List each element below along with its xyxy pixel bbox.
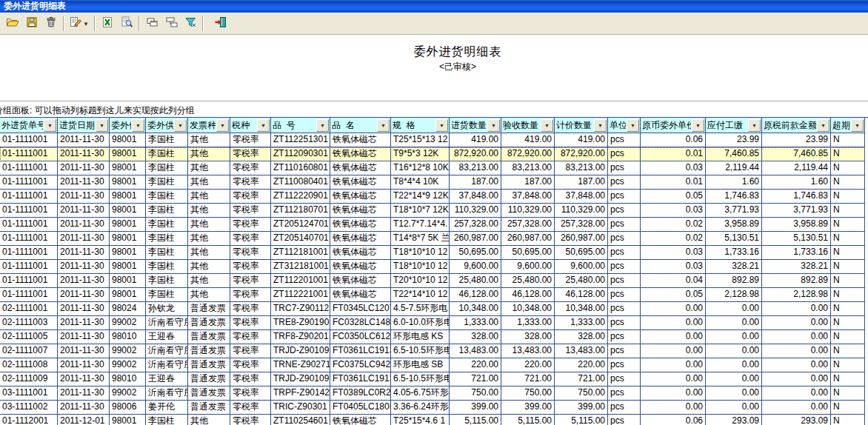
cell[interactable]: 83,213.00 (501, 161, 555, 175)
cell[interactable]: 257,328.00 (501, 218, 555, 231)
cell[interactable]: 0.00 (641, 401, 706, 414)
cell[interactable]: 1,333.00 (555, 316, 608, 329)
cell[interactable]: 2011-12-01 (58, 415, 110, 425)
cell[interactable]: 沂南看守所 (146, 358, 188, 372)
cell[interactable]: 其他 (188, 218, 230, 231)
cell[interactable]: 0.01 (641, 175, 706, 189)
table-row[interactable]: 02-11110052011-11-3098010王迎春普通发票零税率TRF8-… (0, 330, 865, 344)
cell[interactable]: 2011-11-30 (58, 401, 110, 414)
cell[interactable]: 零税率 (230, 316, 271, 329)
cell[interactable]: 187.00 (501, 175, 555, 189)
cell[interactable]: 98001 (110, 133, 146, 147)
cell[interactable]: 2011-11-30 (58, 147, 110, 161)
cell[interactable]: N (831, 401, 865, 414)
cell[interactable]: 83,213.00 (555, 161, 608, 175)
cell[interactable]: 0.00 (762, 302, 831, 315)
cell[interactable]: 2011-11-30 (58, 316, 110, 329)
column-filter-dropdown[interactable]: ▼ (627, 119, 639, 132)
cell[interactable]: 2011-11-30 (58, 260, 110, 273)
cell[interactable]: 0.00 (641, 358, 706, 372)
chevron-down-icon[interactable]: ▼ (83, 21, 89, 27)
cell[interactable]: N (831, 372, 865, 386)
cell[interactable]: N (831, 302, 865, 315)
cell[interactable]: 98001 (110, 246, 146, 259)
cell[interactable]: ZT112221001 (271, 288, 330, 301)
column-filter-dropdown[interactable]: ▼ (692, 119, 704, 132)
cell[interactable]: ZT205140701 (271, 232, 330, 245)
cell[interactable]: 其他 (188, 161, 230, 175)
column-filter-dropdown[interactable]: ▼ (851, 119, 864, 132)
column-filter-dropdown[interactable]: ▼ (487, 119, 500, 132)
cell[interactable]: 220.00 (450, 358, 501, 372)
cell[interactable]: 01-1111001 (0, 147, 58, 161)
cell[interactable]: ZT110080401 (271, 175, 330, 189)
cell[interactable]: 其他 (188, 415, 230, 425)
cell[interactable]: 1,333.00 (501, 316, 555, 329)
column-header-11[interactable]: 验收数量▼ (501, 118, 555, 133)
cell[interactable]: 2011-11-30 (58, 232, 110, 245)
cell[interactable]: N (831, 246, 865, 259)
cell[interactable]: T20*10*10 12 (391, 274, 450, 287)
cell[interactable]: 李国柱 (146, 147, 188, 161)
cell[interactable]: pcs (608, 232, 641, 245)
cell[interactable]: 9,600.00 (555, 260, 608, 273)
cell[interactable]: N (831, 386, 865, 400)
cell[interactable]: 零税率 (230, 344, 271, 358)
cell[interactable]: 9,600.00 (450, 260, 501, 273)
cell[interactable]: pcs (608, 260, 641, 273)
table-row[interactable]: 03-11110022011-11-3098006姜开伦普通发票零税率TRIC-… (0, 401, 865, 415)
cell[interactable]: 李国柱 (146, 204, 188, 217)
cell[interactable]: 293.09 (706, 415, 762, 425)
filter-button[interactable] (181, 16, 200, 33)
cell[interactable]: 98024 (110, 302, 146, 315)
cell[interactable]: 2011-11-30 (58, 161, 110, 175)
cell[interactable]: 李国柱 (146, 218, 188, 231)
cell[interactable]: 01-1111001 (0, 175, 58, 189)
cell[interactable]: 其他 (188, 274, 230, 287)
cell[interactable]: 187.00 (450, 175, 501, 189)
cell[interactable]: 李国柱 (146, 260, 188, 273)
cell[interactable]: 0.02 (641, 232, 706, 245)
cell[interactable]: 2011-11-30 (58, 302, 110, 315)
cell[interactable]: 零税率 (230, 372, 271, 386)
cell[interactable]: 02-1111003 (0, 316, 58, 329)
cell[interactable]: 1.60 (762, 175, 831, 189)
cell[interactable]: N (831, 358, 865, 372)
cell[interactable]: 0.00 (706, 386, 762, 400)
cell[interactable]: 零税率 (230, 302, 271, 315)
cell[interactable]: 2011-11-30 (58, 175, 110, 189)
cell[interactable]: 其他 (188, 246, 230, 259)
cell[interactable]: 2,119.44 (706, 161, 762, 175)
cell[interactable]: 750.00 (555, 386, 608, 400)
column-filter-dropdown[interactable]: ▼ (594, 119, 607, 132)
cell[interactable]: 其他 (188, 260, 230, 273)
table-row[interactable]: 01-11110012011-11-3098001李国柱其他零税率ZT20512… (0, 218, 865, 232)
column-header-9[interactable]: 规 格▼ (391, 118, 450, 133)
cell[interactable]: 750.00 (501, 386, 555, 400)
cell[interactable]: 零税率 (230, 246, 271, 259)
table-row[interactable]: 01-11120012011-12-0198001李国柱其他零税率ZT11025… (0, 415, 865, 425)
cell[interactable]: T8*4*4 10K (391, 175, 450, 189)
cell[interactable]: 李国柱 (146, 190, 188, 203)
cell[interactable]: 孙钦龙 (146, 302, 188, 315)
cell[interactable]: N (831, 344, 865, 358)
cell[interactable]: pcs (608, 274, 641, 287)
column-filter-dropdown[interactable]: ▼ (435, 119, 448, 132)
cell[interactable]: 李国柱 (146, 415, 188, 425)
cell[interactable]: pcs (608, 330, 641, 344)
cell[interactable]: 0.00 (706, 372, 762, 386)
cell[interactable]: 王迎春 (146, 372, 188, 386)
cell[interactable]: 02-1111008 (0, 358, 58, 372)
cell[interactable]: 328.00 (501, 330, 555, 344)
cell[interactable]: FT0405LC180E (330, 401, 391, 414)
cell[interactable]: 01-1111001 (0, 260, 58, 273)
cell[interactable]: 0.00 (762, 330, 831, 344)
edit-button[interactable]: ▼ (67, 16, 92, 33)
cell[interactable]: 0.00 (762, 372, 831, 386)
cell[interactable]: pcs (608, 344, 641, 358)
cell[interactable]: 零税率 (230, 232, 271, 245)
cell[interactable]: 其他 (188, 288, 230, 301)
cell[interactable]: 4.05-6.75环形 (391, 386, 450, 400)
cell[interactable]: 零税率 (230, 288, 271, 301)
cell[interactable]: 02-1111001 (0, 302, 58, 315)
